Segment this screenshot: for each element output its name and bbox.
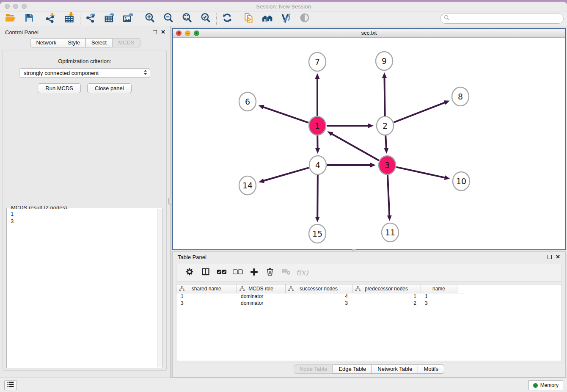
select-all-rows-button[interactable] xyxy=(214,265,230,280)
close-table-panel-icon[interactable]: ✕ xyxy=(556,255,560,259)
edge-4-15[interactable] xyxy=(317,174,318,218)
tab-network[interactable]: Network xyxy=(30,38,62,47)
application-window: Session: New Session xyxy=(0,2,567,392)
maximize-window-button[interactable] xyxy=(22,4,27,9)
edge-2-9[interactable] xyxy=(384,77,385,116)
titlebar: Session: New Session xyxy=(0,2,567,11)
network-minimize-button[interactable]: − xyxy=(185,30,190,36)
clone-network-button[interactable] xyxy=(242,12,256,25)
fit-content-button[interactable] xyxy=(180,12,194,25)
open-session-button[interactable] xyxy=(3,12,18,25)
apply-function-button[interactable]: f(x) xyxy=(294,265,310,280)
edge-3-11[interactable] xyxy=(388,174,389,217)
edge-2-8[interactable] xyxy=(394,102,446,122)
zoom-in-button[interactable] xyxy=(143,12,157,25)
deselect-all-rows-button[interactable] xyxy=(230,265,246,280)
import-network-icon xyxy=(45,12,56,25)
table-cell[interactable]: dominator xyxy=(237,293,285,300)
table-cell[interactable]: 4 xyxy=(285,293,352,300)
tab-style[interactable]: Style xyxy=(62,38,86,47)
network-canvas[interactable]: 7968124314101511 xyxy=(173,38,565,249)
export-table-button[interactable] xyxy=(102,12,117,25)
run-mcds-button[interactable]: Run MCDS xyxy=(38,83,81,93)
clone-network-icon xyxy=(243,12,254,25)
table-cell[interactable]: 3 xyxy=(421,300,457,306)
export-network-button[interactable] xyxy=(84,12,98,25)
apply-layout-button[interactable] xyxy=(220,12,234,25)
close-panel-icon[interactable]: ✕ xyxy=(161,30,165,34)
criterion-dropdown[interactable]: strongly connected component xyxy=(19,68,150,78)
export-table-icon xyxy=(104,12,115,25)
table-cell[interactable]: 3 xyxy=(176,300,237,306)
column-header-MCDS-role[interactable]: MCDS role xyxy=(237,284,285,293)
mcds-panel: Optimization criterion: strongly connect… xyxy=(3,50,167,371)
minimize-window-button[interactable] xyxy=(13,4,18,9)
virtual-column-icon xyxy=(239,286,245,293)
table-cell[interactable]: 1 xyxy=(421,293,457,300)
tab-motifs[interactable]: Motifs xyxy=(418,364,444,374)
refresh-icon xyxy=(222,12,233,25)
table-panel: Table Panel ✕ f(x) shared nameMCDS roles… xyxy=(172,251,566,378)
add-column-button[interactable] xyxy=(246,265,262,280)
export-image-icon xyxy=(123,12,134,25)
tab-select[interactable]: Select xyxy=(85,38,113,47)
table-cell[interactable]: 1 xyxy=(176,293,237,300)
table-row[interactable]: 1dominator411 xyxy=(176,293,465,300)
node-table: shared nameMCDS rolesuccessor nodesprede… xyxy=(176,284,562,361)
delete-columns-button[interactable] xyxy=(262,265,278,280)
tab-network-table[interactable]: Network Table xyxy=(372,364,418,374)
toggle-column-display-button[interactable] xyxy=(198,265,214,280)
gear-icon xyxy=(185,268,194,278)
save-session-button[interactable] xyxy=(22,12,36,25)
memory-label: Memory xyxy=(540,382,559,388)
close-panel-button[interactable]: Close panel xyxy=(87,83,132,93)
close-window-button[interactable] xyxy=(5,4,10,9)
tab-mcds[interactable]: MCDS xyxy=(112,38,140,47)
delete-table-button[interactable] xyxy=(278,265,294,280)
show-hide-panel-button[interactable] xyxy=(297,12,312,25)
result-scrollbar[interactable] xyxy=(157,209,162,367)
import-table-icon xyxy=(64,12,75,25)
tab-edge-table[interactable]: Edge Table xyxy=(333,364,372,374)
tab-node-table[interactable]: Node Table xyxy=(294,364,333,374)
zoom-selected-button[interactable] xyxy=(198,12,213,25)
edge-2-3[interactable] xyxy=(385,135,386,149)
network-maximize-button[interactable]: + xyxy=(194,30,199,36)
table-cell[interactable]: 2 xyxy=(352,300,421,306)
criterion-dropdown-value: strongly connected component xyxy=(24,70,143,76)
first-neighbors-button[interactable] xyxy=(260,12,275,25)
table-cell[interactable]: 1 xyxy=(352,293,421,300)
network-close-button[interactable]: ✕ xyxy=(176,30,182,36)
import-table-button[interactable] xyxy=(62,12,77,25)
column-header-name[interactable]: name xyxy=(421,284,457,293)
memory-button[interactable]: Memory xyxy=(528,380,563,390)
export-image-button[interactable] xyxy=(121,12,135,25)
show-graphics-details-button[interactable] xyxy=(279,12,293,25)
column-header-filler xyxy=(457,284,465,293)
table-row[interactable]: 3dominator323 xyxy=(176,300,465,306)
workspace: Control Panel ✕ NetworkStyleSelectMCDS O… xyxy=(0,26,567,378)
float-panel-icon[interactable] xyxy=(153,30,157,34)
memory-status-dot xyxy=(533,383,538,388)
column-header-predecessor-nodes[interactable]: predecessor nodes xyxy=(352,284,421,293)
arrowhead-1-4 xyxy=(315,148,320,154)
unchecked-boxes-icon xyxy=(233,269,243,277)
node-label-4: 4 xyxy=(315,160,320,170)
column-header-shared-name[interactable]: shared name xyxy=(176,284,237,293)
table-cell[interactable]: dominator xyxy=(237,300,285,306)
task-history-button[interactable] xyxy=(4,380,17,390)
edge-1-6[interactable] xyxy=(262,107,308,123)
search-box xyxy=(440,14,564,24)
arrowhead-1-6 xyxy=(259,105,264,109)
edge-3-10[interactable] xyxy=(396,167,446,178)
float-table-panel-icon[interactable] xyxy=(548,255,552,259)
table-cell[interactable]: 3 xyxy=(285,300,352,306)
zoom-out-button[interactable] xyxy=(161,12,176,25)
edge-4-14[interactable] xyxy=(263,168,309,181)
edge-3-1[interactable] xyxy=(331,133,379,160)
import-network-button[interactable] xyxy=(44,12,58,25)
column-settings-button[interactable] xyxy=(182,265,198,280)
search-input[interactable] xyxy=(452,16,560,22)
column-header-successor-nodes[interactable]: successor nodes xyxy=(285,284,352,293)
arrowhead-4-3 xyxy=(370,163,376,168)
